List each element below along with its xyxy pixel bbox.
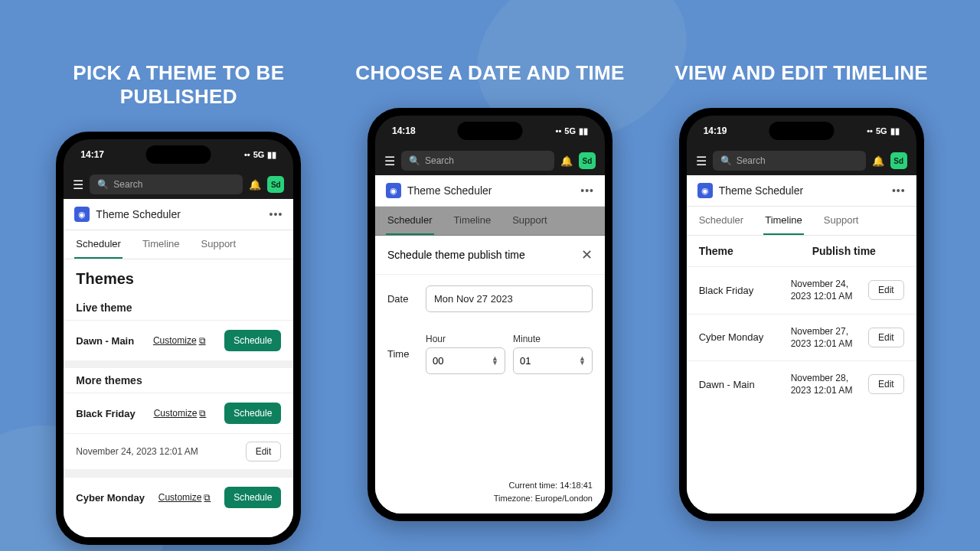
tab-support[interactable]: Support xyxy=(511,207,549,235)
phone-mock-1: 14:17 ••5G▮▮ ☰ 🔍Search 🔔 Sd ◉ Theme Sche… xyxy=(56,132,301,545)
phone-mock-3: 14:19 ••5G▮▮ ☰ 🔍Search 🔔 Sd ◉ Theme Sche… xyxy=(679,108,924,521)
more-icon[interactable]: ••• xyxy=(580,184,594,197)
table-row: Dawn - Main November 28, 2023 12:01 AM E… xyxy=(687,360,916,407)
tab-support[interactable]: Support xyxy=(822,207,861,235)
section-title: Themes xyxy=(64,259,293,295)
external-icon: ⧉ xyxy=(204,492,211,503)
col-theme: Theme xyxy=(699,245,812,257)
phone-mock-2: 14:18 ••5G▮▮ ☰ 🔍Search 🔔 Sd ◉ Theme Sche… xyxy=(368,108,612,521)
menu-icon[interactable]: ☰ xyxy=(696,154,707,168)
menu-icon[interactable]: ☰ xyxy=(73,178,83,192)
edit-button[interactable]: Edit xyxy=(246,442,282,461)
minute-label: Minute xyxy=(513,334,593,344)
row-time: November 28, 2023 12:01 AM xyxy=(791,372,867,396)
timezone: Timezone: Europe/London xyxy=(387,492,593,505)
more-icon[interactable]: ••• xyxy=(270,208,283,220)
search-input[interactable]: 🔍Search xyxy=(90,174,243,194)
schedule-button[interactable]: Schedule xyxy=(224,487,281,508)
schedule-button[interactable]: Schedule xyxy=(224,330,281,351)
col-publish: Publish time xyxy=(812,245,904,257)
customize-link[interactable]: Customize ⧉ xyxy=(158,492,211,503)
stepper-icon: ▲▼ xyxy=(492,357,498,365)
avatar[interactable]: Sd xyxy=(890,152,907,169)
status-right: ••5G▮▮ xyxy=(867,126,899,136)
external-icon: ⧉ xyxy=(199,335,206,346)
heading-1: PICK A THEME TO BE PUBLISHED xyxy=(25,61,332,109)
heading-2: CHOOSE A DATE AND TIME xyxy=(355,61,624,85)
current-time: Current time: 14:18:41 xyxy=(387,479,593,492)
more-icon[interactable]: ••• xyxy=(892,184,906,197)
tab-scheduler[interactable]: Scheduler xyxy=(386,207,434,235)
theme-name: Cyber Monday xyxy=(76,492,145,504)
external-icon: ⧉ xyxy=(199,408,206,419)
menu-icon[interactable]: ☰ xyxy=(384,154,395,168)
row-name: Dawn - Main xyxy=(699,379,791,390)
customize-link[interactable]: Customize ⧉ xyxy=(154,408,207,419)
app-title: Theme Scheduler xyxy=(407,184,580,197)
app-icon: ◉ xyxy=(74,207,90,222)
date-input[interactable]: Mon Nov 27 2023 xyxy=(426,285,593,312)
status-time: 14:19 xyxy=(704,126,727,136)
theme-name: Dawn - Main xyxy=(76,335,134,347)
search-input[interactable]: 🔍Search xyxy=(401,151,554,171)
bell-icon[interactable]: 🔔 xyxy=(560,155,573,167)
tab-timeline[interactable]: Timeline xyxy=(763,207,804,235)
hour-select[interactable]: 00▲▼ xyxy=(426,347,505,374)
modal-title: Schedule theme publish time xyxy=(387,249,525,261)
row-time: November 24, 2023 12:01 AM xyxy=(791,278,867,302)
tab-timeline[interactable]: Timeline xyxy=(141,230,181,259)
customize-link[interactable]: Customize ⧉ xyxy=(153,335,206,346)
heading-3: VIEW AND EDIT TIMELINE xyxy=(675,61,928,85)
close-icon[interactable]: ✕ xyxy=(581,246,593,263)
tab-timeline[interactable]: Timeline xyxy=(452,207,493,235)
app-title: Theme Scheduler xyxy=(719,184,892,197)
bell-icon[interactable]: 🔔 xyxy=(872,155,884,167)
status-time: 14:18 xyxy=(392,126,416,136)
tab-scheduler[interactable]: Scheduler xyxy=(74,230,122,259)
bell-icon[interactable]: 🔔 xyxy=(249,179,261,191)
edit-button[interactable]: Edit xyxy=(868,280,904,300)
table-row: Cyber Monday November 27, 2023 12:01 AM … xyxy=(687,314,916,360)
row-name: Cyber Monday xyxy=(699,331,791,343)
time-label: Time xyxy=(387,348,416,360)
row-time: November 27, 2023 12:01 AM xyxy=(791,325,867,350)
app-title: Theme Scheduler xyxy=(96,208,269,220)
tab-scheduler[interactable]: Scheduler xyxy=(697,207,746,235)
status-right: ••5G▮▮ xyxy=(556,126,588,136)
theme-name: Black Friday xyxy=(76,408,135,419)
tab-support[interactable]: Support xyxy=(200,230,238,259)
table-row: Black Friday November 24, 2023 12:01 AM … xyxy=(687,266,916,313)
search-icon: 🔍 xyxy=(97,179,109,190)
avatar[interactable]: Sd xyxy=(267,176,284,193)
avatar[interactable]: Sd xyxy=(579,152,596,169)
more-themes-label: More themes xyxy=(64,368,293,393)
search-icon: 🔍 xyxy=(409,155,420,166)
row-name: Black Friday xyxy=(699,285,791,296)
schedule-meta: November 24, 2023 12:01 AM xyxy=(76,446,198,457)
hour-label: Hour xyxy=(426,334,505,344)
live-theme-label: Live theme xyxy=(64,295,293,320)
app-icon: ◉ xyxy=(697,183,713,198)
stepper-icon: ▲▼ xyxy=(579,357,586,365)
edit-button[interactable]: Edit xyxy=(868,328,904,347)
status-time: 14:17 xyxy=(80,149,104,160)
status-right: ••5G▮▮ xyxy=(244,150,276,160)
minute-select[interactable]: 01▲▼ xyxy=(513,347,593,374)
search-input[interactable]: 🔍Search xyxy=(713,151,866,171)
schedule-button[interactable]: Schedule xyxy=(224,403,281,424)
edit-button[interactable]: Edit xyxy=(868,374,904,394)
app-icon: ◉ xyxy=(386,183,401,198)
date-label: Date xyxy=(387,293,416,305)
search-icon: 🔍 xyxy=(720,155,732,166)
